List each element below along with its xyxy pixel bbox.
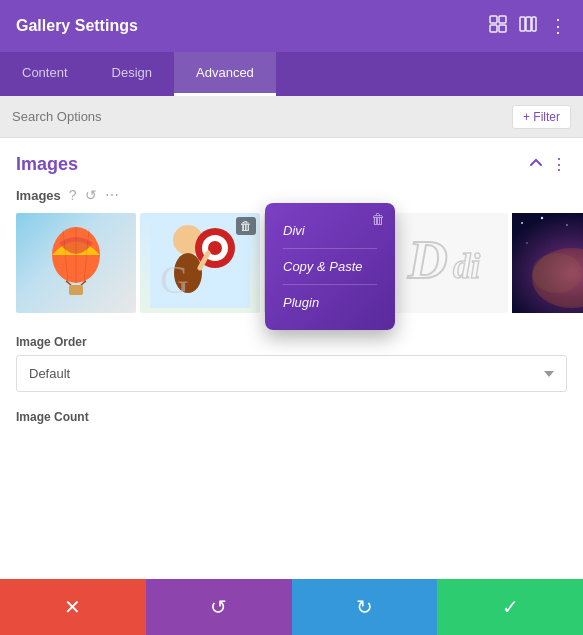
panel-title: Gallery Settings (16, 17, 138, 35)
image-cell-4[interactable]: D di (388, 213, 508, 313)
svg-point-28 (566, 224, 568, 226)
section-header: Images ⋮ (16, 154, 567, 175)
svg-point-31 (526, 242, 527, 243)
svg-rect-5 (526, 17, 531, 31)
reset-button[interactable]: ↺ (146, 579, 292, 635)
main-content: Images ⋮ Images ? ↺ ⋯ (0, 138, 583, 579)
svg-rect-1 (499, 16, 506, 23)
svg-text:D: D (407, 229, 448, 290)
context-menu-panel: 🗑 Divi Copy & Paste Plugin (265, 203, 395, 330)
image-grid-row2: + (512, 213, 583, 313)
context-menu-close[interactable]: 🗑 (371, 211, 385, 227)
svg-rect-6 (532, 17, 536, 31)
svg-rect-3 (499, 25, 506, 32)
context-menu-divider (283, 248, 377, 249)
bottom-bar: ✕ ↺ ↻ ✓ (0, 579, 583, 635)
search-input[interactable] (12, 109, 512, 124)
image-grid: G 🗑 🗑 Divi Copy & Paste Plugin (16, 213, 567, 317)
columns-icon[interactable] (519, 15, 537, 38)
tab-design[interactable]: Design (90, 52, 174, 96)
image-cell-5[interactable] (512, 213, 583, 313)
tab-content[interactable]: Content (0, 52, 90, 96)
image-cell-2[interactable]: G 🗑 🗑 Divi Copy & Paste Plugin (140, 213, 260, 313)
svg-point-26 (521, 222, 523, 224)
image-order-select[interactable]: Default (16, 355, 567, 392)
more-icon[interactable]: ⋮ (549, 15, 567, 37)
images-label-row: Images ? ↺ ⋯ (16, 187, 567, 203)
context-menu-divider-2 (283, 284, 377, 285)
image-delete-icon-2[interactable]: 🗑 (236, 217, 256, 235)
context-menu-item-divi[interactable]: Divi (283, 219, 377, 242)
image-order-label: Image Order (16, 335, 567, 349)
cancel-button[interactable]: ✕ (0, 579, 146, 635)
context-menu-item-plugin[interactable]: Plugin (283, 291, 377, 314)
collapse-icon[interactable] (529, 156, 543, 174)
tab-advanced[interactable]: Advanced (174, 52, 276, 96)
images-label: Images (16, 188, 61, 203)
context-menu: 🗑 Divi Copy & Paste Plugin (265, 203, 395, 330)
image-count-field: Image Count (16, 410, 567, 424)
redo-button[interactable]: ↻ (292, 579, 438, 635)
svg-rect-2 (490, 25, 497, 32)
svg-text:G: G (160, 257, 189, 302)
svg-point-35 (532, 253, 582, 293)
save-button[interactable]: ✓ (437, 579, 583, 635)
svg-rect-10 (69, 285, 83, 295)
image-grid-row1: G 🗑 🗑 Divi Copy & Paste Plugin (16, 213, 508, 313)
svg-rect-4 (520, 17, 525, 31)
layout-icon[interactable] (489, 15, 507, 38)
section-more-icon[interactable]: ⋮ (551, 155, 567, 174)
image-order-field: Image Order Default (16, 335, 567, 392)
context-menu-item-copy-paste[interactable]: Copy & Paste (283, 255, 377, 278)
search-bar: + Filter (0, 96, 583, 138)
header-icons: ⋮ (489, 15, 567, 38)
section-controls: ⋮ (529, 155, 567, 174)
tabs-bar: Content Design Advanced (0, 52, 583, 96)
svg-point-27 (541, 217, 543, 219)
svg-text:di: di (453, 247, 481, 286)
svg-rect-0 (490, 16, 497, 23)
help-icon[interactable]: ? (69, 187, 77, 203)
filter-button[interactable]: + Filter (512, 105, 571, 129)
image-cell-1[interactable] (16, 213, 136, 313)
header: Gallery Settings ⋮ (0, 0, 583, 52)
dots-icon[interactable]: ⋯ (105, 187, 119, 203)
image-count-label: Image Count (16, 410, 567, 424)
reset-icon[interactable]: ↺ (85, 187, 97, 203)
section-title: Images (16, 154, 78, 175)
